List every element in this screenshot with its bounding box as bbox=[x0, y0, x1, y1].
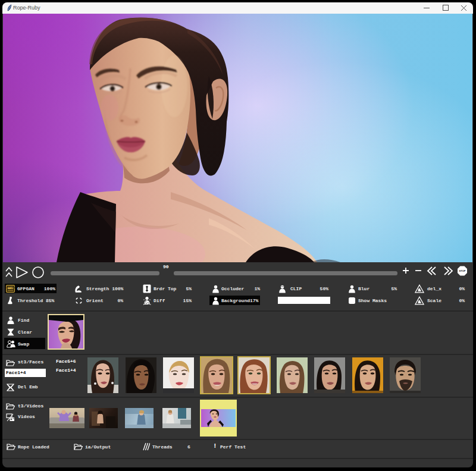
svg-text:GFPGAN: GFPGAN bbox=[6, 287, 15, 289]
svg-text:STOP: STOP bbox=[459, 269, 466, 272]
